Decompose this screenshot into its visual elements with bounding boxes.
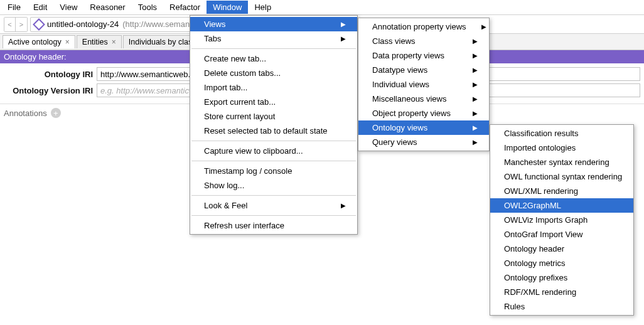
views-menu-item-annotation-property-views[interactable]: Annotation property views▶ [358,19,489,34]
ontology-title: untitled-ontology-24 [47,19,119,29]
menu-item-label: Export current tab... [204,97,276,107]
ontology-views-menu-item-ontology-metrics[interactable]: Ontology metrics [490,256,633,270]
ontology-views-menu-item-imported-ontologies[interactable]: Imported ontologies [490,141,633,155]
ontology-views-menu-item-rdf-xml-rendering[interactable]: RDF/XML rendering [490,285,633,299]
menu-item-label: OntoGraf Import View [504,230,582,239]
ontology-views-menu-item-owl-functional-syntax-rendering[interactable]: OWL functional syntax rendering [490,169,633,184]
ontology-views-menu-item-manchester-syntax-rendering[interactable]: Manchester syntax rendering [490,155,633,169]
add-annotation-icon[interactable]: + [51,108,61,118]
menu-item-label: Timestamp log / console [204,166,292,176]
menu-item-label: Ontology header [504,244,564,253]
submenu-arrow-icon: ▶ [473,52,478,59]
menu-item-label: Manchester syntax rendering [504,157,609,167]
tab-label: Active ontology [8,38,62,46]
menubar-item-reasoner[interactable]: Reasoner [83,1,131,14]
menu-item-label: Capture view to clipboard... [204,146,303,156]
menu-item-label: OWL2GraphML [504,201,561,210]
ontology-views-menu-item-classification-results[interactable]: Classification results [490,126,633,141]
nav-button-group: < > [4,17,28,32]
address-box[interactable]: untitled-ontology-24 (http://www.semant [30,17,196,32]
views-menu-item-datatype-views[interactable]: Datatype views▶ [358,63,489,77]
ontology-views-menu-item-owl2graphml[interactable]: OWL2GraphML [490,198,633,213]
menubar-item-window[interactable]: Window [207,1,248,14]
menu-separator [191,195,356,196]
tab-entities[interactable]: Entities× [77,35,122,48]
menu-item-label: OWL/XML rendering [504,186,578,196]
ontology-views-menu-item-ontograf-import-view[interactable]: OntoGraf Import View [490,227,633,242]
menu-item-label: Datatype views [372,65,427,75]
back-button[interactable]: < [4,18,16,31]
views-menu-item-object-property-views[interactable]: Object property views▶ [358,106,489,120]
menu-item-label: Object property views [372,109,451,118]
menu-item-label: Ontology views [372,123,427,132]
submenu-arrow-icon: ▶ [473,38,478,45]
menu-item-label: Imported ontologies [504,143,576,152]
ontology-views-menu-item-ontology-prefixes[interactable]: Ontology prefixes [490,270,633,285]
menu-separator [191,161,356,161]
window-menu-item-store-current-layout[interactable]: Store current layout [190,109,357,124]
window-menu-item-timestamp-log-console[interactable]: Timestamp log / console [190,164,357,178]
tab-active-ontology[interactable]: Active ontology× [3,35,75,48]
menu-item-label: Store current layout [204,112,275,121]
tab-label: Entities [82,38,108,46]
menu-item-label: Delete custom tabs... [204,68,281,78]
window-menu-item-import-tab-[interactable]: Import tab... [190,80,357,95]
views-menu-item-query-views[interactable]: Query views▶ [358,135,489,149]
menu-item-label: Classification results [504,129,579,138]
menu-item-label: Individual views [372,80,429,89]
window-menu-item-delete-custom-tabs-[interactable]: Delete custom tabs... [190,66,357,80]
menu-item-label: Refresh user interface [204,221,284,230]
menu-item-label: Reset selected tab to default state [204,126,328,136]
menu-item-label: Ontology metrics [504,258,566,268]
menubar-item-help[interactable]: Help [248,1,277,14]
ontology-views-menu-item-rules[interactable]: Rules [490,299,633,314]
menu-separator [191,215,356,216]
window-menu-item-show-log-[interactable]: Show log... [190,178,357,193]
close-icon[interactable]: × [65,38,70,46]
window-menu-item-reset-selected-tab-to-default-state[interactable]: Reset selected tab to default state [190,124,357,138]
window-menu-item-capture-view-to-clipboard-[interactable]: Capture view to clipboard... [190,144,357,158]
views-menu-item-miscellaneous-views[interactable]: Miscellaneous views▶ [358,92,489,106]
menubar-item-view[interactable]: View [53,1,83,14]
views-menu-item-individual-views[interactable]: Individual views▶ [358,77,489,92]
submenu-arrow-icon: ▶ [481,23,486,30]
menubar-item-tools[interactable]: Tools [132,1,163,14]
menu-item-label: Look & Feel [204,201,247,210]
close-icon[interactable]: × [112,38,116,46]
ontology-icon [35,20,43,29]
ontology-views-menu-item-owl-xml-rendering[interactable]: OWL/XML rendering [490,184,633,198]
submenu-arrow-icon: ▶ [473,139,478,146]
submenu-arrow-icon: ▶ [473,95,478,102]
window-menu-item-export-current-tab-[interactable]: Export current tab... [190,95,357,109]
window-menu-item-views[interactable]: Views▶ [190,17,357,31]
menu-item-label: Class views [372,36,416,46]
submenu-arrow-icon: ▶ [341,21,346,28]
ontology-version-iri-label: Ontology Version IRI [4,86,97,95]
ontology-views-menu-item-ontology-header[interactable]: Ontology header [490,242,633,256]
ontology-views-menu-item-owlviz-imports-graph[interactable]: OWLViz Imports Graph [490,213,633,227]
views-menu-item-data-property-views[interactable]: Data property views▶ [358,48,489,63]
menubar-item-edit[interactable]: Edit [27,1,53,14]
menu-item-label: Import tab... [204,83,247,92]
menu-item-label: Create new tab... [204,54,266,63]
menu-item-label: Ontology prefixes [504,273,567,282]
tab-label: Individuals by class [129,38,196,46]
views-submenu: Annotation property views▶Class views▶Da… [358,18,490,151]
menu-item-label: OWLViz Imports Graph [504,215,588,225]
menu-item-label: RDF/XML rendering [504,287,576,297]
window-menu-item-tabs[interactable]: Tabs▶ [190,31,357,46]
views-menu-item-ontology-views[interactable]: Ontology views▶ [358,120,489,135]
window-menu-item-refresh-user-interface[interactable]: Refresh user interface [190,218,357,233]
window-menu-item-look-feel[interactable]: Look & Feel▶ [190,198,357,213]
window-menu-item-create-new-tab-[interactable]: Create new tab... [190,51,357,66]
submenu-arrow-icon: ▶ [473,67,478,73]
menu-item-label: OWL functional syntax rendering [504,172,622,181]
views-menu-item-class-views[interactable]: Class views▶ [358,34,489,48]
menubar: FileEditViewReasonerToolsRefactorWindowH… [0,0,644,15]
menubar-item-file[interactable]: File [1,1,27,14]
menu-item-label: Miscellaneous views [372,94,447,104]
menubar-item-refactor[interactable]: Refactor [163,1,207,14]
menu-item-label: Annotation property views [372,22,466,31]
menu-separator [191,48,356,49]
forward-button[interactable]: > [16,18,27,31]
